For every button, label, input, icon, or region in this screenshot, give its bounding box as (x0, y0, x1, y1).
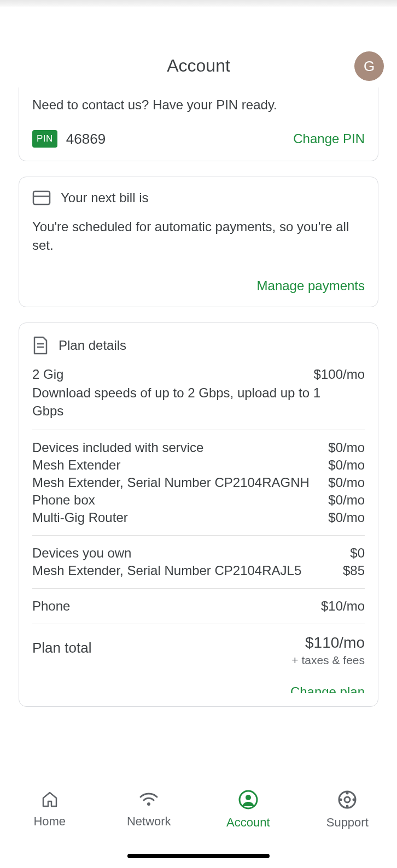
pin-left: PIN 46869 (32, 130, 106, 148)
avatar-letter: G (364, 58, 375, 75)
bill-card-action-row: Manage payments (32, 278, 365, 294)
plan-total-label: Plan total (32, 634, 91, 656)
home-icon (40, 789, 60, 809)
nav-home[interactable]: Home (0, 789, 100, 829)
device-price: $0/mo (328, 492, 365, 508)
document-icon (32, 336, 49, 355)
support-icon (337, 789, 358, 810)
devices-included-label: Devices included with service (32, 440, 328, 455)
plan-total-row: Plan total $110/mo + taxes & fees (32, 634, 365, 667)
svg-point-8 (345, 797, 350, 802)
phone-price: $10/mo (321, 599, 365, 614)
phone-row: Phone $10/mo (32, 599, 365, 614)
svg-rect-0 (33, 191, 50, 204)
device-row: Mesh Extender, Serial Number CP2104RAGNH… (32, 475, 365, 490)
header: Account (0, 49, 397, 82)
top-gradient (0, 0, 397, 7)
device-price: $0/mo (328, 458, 365, 473)
pin-badge: PIN (32, 130, 57, 148)
device-label: Mesh Extender (32, 458, 328, 473)
devices-owned-header: Devices you own $0 (32, 546, 365, 561)
home-indicator[interactable] (127, 854, 270, 858)
device-row: Mesh Extender, Serial Number CP2104RAJL5… (32, 563, 365, 578)
nav-support[interactable]: Support (298, 789, 398, 830)
page-title: Account (167, 56, 230, 76)
devices-included-header: Devices included with service $0/mo (32, 440, 365, 455)
device-price: $0/mo (328, 510, 365, 525)
divider (32, 430, 365, 430)
plan-total-value: $110/mo (291, 634, 365, 652)
plan-card-header: Plan details (32, 336, 365, 355)
phone-label: Phone (32, 599, 321, 614)
device-label: Mesh Extender, Serial Number CP2104RAJL5 (32, 563, 343, 578)
bill-card-title: Your next bill is (61, 190, 149, 206)
devices-included-price: $0/mo (328, 440, 365, 455)
devices-owned-price: $0 (350, 546, 365, 561)
plan-name-row: 2 Gig $100/mo (32, 367, 365, 382)
bill-card-body: You're scheduled for automatic payments,… (32, 218, 365, 254)
divider (32, 588, 365, 589)
plan-name: 2 Gig (32, 367, 314, 382)
nav-support-label: Support (326, 816, 369, 830)
nav-network[interactable]: Network (100, 789, 199, 829)
divider (32, 535, 365, 536)
avatar[interactable]: G (354, 51, 384, 81)
device-row: Phone box $0/mo (32, 492, 365, 508)
svg-point-10 (346, 805, 349, 808)
device-price: $85 (343, 563, 365, 578)
devices-owned-label: Devices you own (32, 546, 350, 561)
device-price: $0/mo (328, 475, 365, 490)
device-row: Mesh Extender $0/mo (32, 458, 365, 473)
svg-point-4 (147, 802, 150, 806)
plan-total-sub: + taxes & fees (291, 654, 365, 667)
change-pin-link[interactable]: Change PIN (293, 131, 365, 146)
nav-account[interactable]: Account (198, 789, 298, 830)
pin-value: 46869 (66, 131, 106, 148)
bill-card: Your next bill is You're scheduled for a… (19, 177, 378, 307)
svg-point-9 (346, 792, 349, 795)
pin-card: Need to contact us? Have your PIN ready.… (19, 87, 378, 161)
manage-payments-link[interactable]: Manage payments (257, 278, 365, 293)
nav-network-label: Network (127, 814, 171, 829)
nav-home-label: Home (33, 814, 66, 829)
wifi-icon (138, 789, 160, 809)
pin-row: PIN 46869 Change PIN (32, 130, 365, 148)
divider (32, 624, 365, 624)
content-scroll[interactable]: Need to contact us? Have your PIN ready.… (19, 87, 378, 775)
plan-price: $100/mo (314, 367, 365, 382)
change-plan-peek: Change plan (32, 684, 365, 693)
device-row: Multi-Gig Router $0/mo (32, 510, 365, 525)
device-label: Multi-Gig Router (32, 510, 328, 525)
svg-point-11 (340, 799, 342, 801)
svg-point-12 (353, 799, 355, 801)
account-icon (238, 789, 259, 810)
nav-account-label: Account (226, 816, 270, 830)
device-label: Mesh Extender, Serial Number CP2104RAGNH (32, 475, 328, 490)
change-plan-link[interactable]: Change plan (290, 684, 365, 693)
svg-point-6 (246, 795, 251, 800)
plan-card-title: Plan details (59, 338, 126, 353)
plan-card: Plan details 2 Gig $100/mo Download spee… (19, 322, 378, 707)
plan-total-right: $110/mo + taxes & fees (291, 634, 365, 667)
credit-card-icon (32, 190, 51, 206)
bill-card-header: Your next bill is (32, 190, 365, 206)
pin-contact-text: Need to contact us? Have your PIN ready. (32, 97, 365, 113)
plan-description: Download speeds of up to 2 Gbps, upload … (32, 384, 328, 420)
device-label: Phone box (32, 492, 328, 508)
